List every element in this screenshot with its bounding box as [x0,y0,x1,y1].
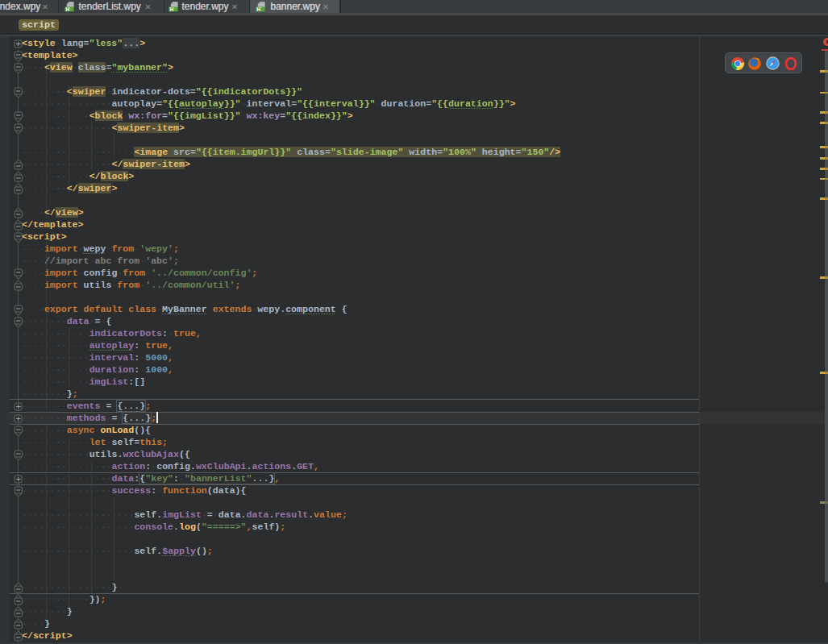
svg-text:H: H [169,6,173,12]
svg-text:H: H [257,6,261,12]
svg-text:H: H [66,6,70,12]
